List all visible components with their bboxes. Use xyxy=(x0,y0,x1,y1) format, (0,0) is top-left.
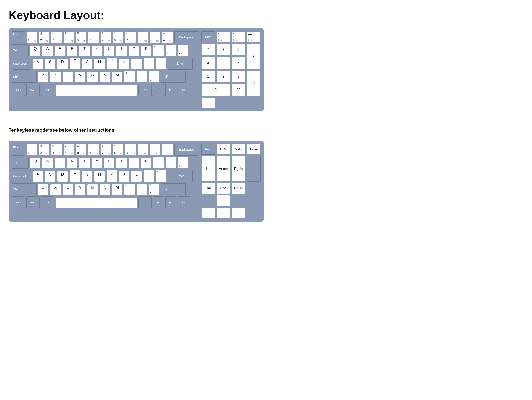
key2-enter[interactable]: Enter xyxy=(168,170,193,182)
key2-period[interactable]: >. xyxy=(136,183,147,195)
key2-fn[interactable]: Fn xyxy=(153,196,164,209)
key-quote[interactable]: "' xyxy=(156,57,167,70)
key2-o[interactable]: O xyxy=(128,158,139,169)
key2-shift-left[interactable]: Shift xyxy=(12,183,37,195)
key2-l[interactable]: L xyxy=(131,171,142,182)
numpad2-left[interactable]: ← xyxy=(201,207,215,219)
numpad2-num[interactable]: Num xyxy=(201,144,215,155)
numpad-multiply[interactable]: * Cole xyxy=(231,31,246,42)
numpad2-pause[interactable]: Pause xyxy=(247,144,261,155)
key-backspace[interactable]: Backspace xyxy=(174,31,199,43)
key2-7[interactable]: &7F7 xyxy=(100,144,111,156)
key2-5[interactable]: %5F5 xyxy=(76,144,87,156)
key2-ctrl-left[interactable]: Ctrl xyxy=(12,196,25,209)
numpad-subtract[interactable]: — Over xyxy=(247,31,261,42)
key-n[interactable]: N xyxy=(99,72,110,83)
key-q[interactable]: Q xyxy=(30,45,41,57)
key2-1[interactable]: !1F1 xyxy=(26,144,38,156)
key-minus[interactable]: —-F11 xyxy=(149,31,161,43)
key2-q[interactable]: Q xyxy=(30,158,41,169)
key2-c[interactable]: C xyxy=(62,184,74,195)
key-alt-right[interactable]: Alt xyxy=(138,84,152,96)
key2-g[interactable]: G xyxy=(82,171,93,182)
key-h[interactable]: H xyxy=(94,58,105,70)
key-c[interactable]: C xyxy=(62,72,74,83)
key-comma[interactable]: <, xyxy=(124,71,135,83)
key2-lbracket[interactable]: {[ xyxy=(153,157,164,169)
numpad-8[interactable]: 8 xyxy=(216,44,230,56)
numpad-3[interactable]: 3 xyxy=(231,70,246,83)
key-d[interactable]: D xyxy=(57,58,68,70)
numpad-decimal[interactable]: . xyxy=(201,97,215,108)
numpad2-home[interactable]: Home xyxy=(216,156,230,182)
key-m[interactable]: M xyxy=(112,72,123,83)
key2-ctrl-right[interactable]: Ctrl xyxy=(177,196,191,209)
key2-b[interactable]: B xyxy=(87,184,98,195)
key2-alt-left[interactable]: Alt xyxy=(41,196,54,209)
key2-m[interactable]: M xyxy=(112,184,123,195)
key2-w[interactable]: W xyxy=(42,158,53,169)
key2-8[interactable]: *8F8 xyxy=(113,144,124,156)
key-5[interactable]: %5F5 xyxy=(76,31,87,43)
numpad-9[interactable]: 9 xyxy=(231,44,246,56)
key2-x[interactable]: X xyxy=(50,184,61,195)
numpad2-pgdn[interactable]: PgDn xyxy=(231,183,246,194)
numpad2-right[interactable]: → xyxy=(231,207,246,219)
key-l[interactable]: L xyxy=(131,58,142,70)
key-period[interactable]: >. xyxy=(136,71,147,83)
key-v[interactable]: V xyxy=(75,72,86,83)
key-semicolon[interactable]: :; xyxy=(143,57,154,70)
key-rbracket[interactable]: }] xyxy=(165,44,177,57)
key-win[interactable]: Win xyxy=(26,84,40,96)
key2-f[interactable]: F— xyxy=(69,170,80,182)
key2-r[interactable]: R xyxy=(67,158,78,169)
key-shift-right[interactable]: Shift xyxy=(161,71,186,83)
key-shift-left[interactable]: Shift xyxy=(12,71,37,83)
key-esc[interactable]: Esc ~ xyxy=(12,31,25,43)
numpad-2[interactable]: 2 xyxy=(216,70,230,83)
numpad-7[interactable]: 7 xyxy=(201,44,215,56)
key-6[interactable]: ^6F6 xyxy=(88,31,99,43)
numpad2-prtsc[interactable]: PrtSc xyxy=(216,144,230,155)
key-4[interactable]: $4F4 xyxy=(63,31,74,43)
key2-backslash[interactable]: !\ xyxy=(177,157,189,169)
key-1[interactable]: !1F1 xyxy=(26,31,38,43)
numpad-1[interactable]: 1 xyxy=(201,70,215,83)
key-tab[interactable]: Tab xyxy=(12,44,29,57)
numpad-0[interactable]: 0 xyxy=(201,84,230,96)
key2-tab[interactable]: Tab xyxy=(12,157,29,169)
key2-k[interactable]: K xyxy=(119,171,130,182)
key2-quote[interactable]: "' xyxy=(156,170,167,182)
numpad-num[interactable]: Num xyxy=(201,31,215,42)
numpad-6[interactable]: 6 xyxy=(231,57,246,69)
key-i[interactable]: I xyxy=(116,45,127,57)
key2-pn[interactable]: Pn xyxy=(165,196,177,209)
key-8[interactable]: *8F8 xyxy=(113,31,124,43)
key-slash[interactable]: ?/ xyxy=(149,71,160,83)
key2-i[interactable]: I xyxy=(116,158,127,169)
key-e[interactable]: E xyxy=(54,45,65,57)
key2-alt-right[interactable]: Alt xyxy=(138,196,152,209)
key-p[interactable]: P xyxy=(140,45,152,57)
key2-backspace[interactable]: Backspace xyxy=(174,144,199,156)
key-lbracket[interactable]: {[ xyxy=(153,44,164,57)
key2-3[interactable]: #3F3 xyxy=(51,144,62,156)
numpad2-del[interactable]: Del xyxy=(201,183,215,194)
key2-minus[interactable]: —-F11 xyxy=(149,144,161,156)
key2-n[interactable]: N xyxy=(99,184,110,195)
numpad-5[interactable]: 5 xyxy=(216,57,230,69)
numpad2-enter-right[interactable] xyxy=(247,156,261,182)
key2-z[interactable]: Z xyxy=(38,184,49,195)
key2-a[interactable]: A xyxy=(32,171,44,182)
key-equals[interactable]: +=F12 xyxy=(162,31,173,43)
key-f[interactable]: F— xyxy=(69,57,80,70)
key2-space[interactable] xyxy=(55,197,137,209)
key-0[interactable]: )0F10 xyxy=(137,31,148,43)
key2-e[interactable]: E xyxy=(54,158,65,169)
numpad2-scrlk[interactable]: ScrLk xyxy=(231,144,246,155)
key-r[interactable]: R xyxy=(67,45,78,57)
key-backslash[interactable]: !\ xyxy=(177,44,189,57)
key-j[interactable]: J— xyxy=(106,57,117,70)
key-enter[interactable]: Enter xyxy=(168,57,193,70)
key2-comma[interactable]: <, xyxy=(124,183,135,195)
